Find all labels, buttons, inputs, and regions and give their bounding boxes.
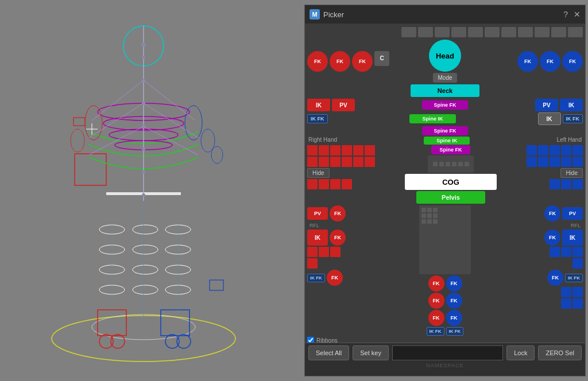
mode-button[interactable]: Mode	[433, 73, 457, 83]
blue-sq[interactable]	[550, 157, 560, 167]
blue-sq[interactable]	[561, 157, 571, 167]
ik-right[interactable]: IK	[560, 99, 583, 111]
zero-sel-button[interactable]: ZERO Sel	[538, 345, 582, 360]
blue-sq-extra[interactable]	[561, 298, 571, 309]
red-sq[interactable]	[307, 179, 318, 189]
grey-button-5[interactable]	[468, 27, 483, 37]
pv-right[interactable]: PV	[535, 99, 558, 111]
red-sq[interactable]	[353, 145, 363, 155]
fk-right-1[interactable]: FK	[517, 51, 538, 72]
grey-button-11[interactable]	[568, 27, 583, 37]
spine-fk-1[interactable]: Spine FK	[422, 100, 467, 110]
ik-fk-center-left[interactable]: IK FK	[427, 327, 444, 336]
fk-right-leg-3[interactable]: FK	[547, 270, 563, 286]
fk-center-2[interactable]: FK	[446, 275, 462, 291]
red-sq[interactable]	[330, 145, 341, 155]
red-sq[interactable]	[330, 157, 341, 167]
ik-fk-left-leg[interactable]: IK FK	[307, 274, 325, 282]
blue-sq[interactable]	[572, 157, 583, 167]
blue-sq[interactable]	[538, 145, 548, 155]
head-button[interactable]: Head	[429, 40, 461, 72]
fk-right-3[interactable]: FK	[562, 51, 583, 72]
ik-left[interactable]: IK	[307, 99, 330, 111]
spine-ik-2[interactable]: Spine IK	[424, 137, 470, 145]
red-sq[interactable]	[330, 179, 341, 189]
lock-button[interactable]: Lock	[506, 345, 535, 360]
blue-sq[interactable]	[561, 145, 571, 155]
ik-left-leg[interactable]: IK	[307, 230, 328, 246]
blue-sq[interactable]	[572, 145, 583, 155]
blue-sq[interactable]	[550, 179, 560, 189]
blue-sq-leg[interactable]	[572, 247, 583, 257]
blue-sq-extra[interactable]	[561, 287, 571, 297]
fk-center-5[interactable]: FK	[428, 310, 444, 326]
c-button[interactable]: C	[374, 51, 389, 66]
red-sq[interactable]	[365, 157, 375, 167]
spine-fk-2[interactable]: Spine FK	[422, 126, 467, 135]
red-sq-leg[interactable]	[330, 247, 341, 257]
help-button[interactable]: ?	[563, 10, 568, 19]
blue-sq[interactable]	[572, 179, 583, 189]
hide-left-btn[interactable]: Hide	[307, 168, 330, 178]
blue-sq-extra[interactable]	[572, 287, 583, 297]
red-sq-leg[interactable]	[319, 247, 329, 257]
pv-right-leg[interactable]: PV	[562, 207, 583, 220]
grey-button-7[interactable]	[501, 27, 516, 37]
grey-button-8[interactable]	[518, 27, 533, 37]
fk-left-3[interactable]: FK	[352, 51, 373, 72]
fk-left-leg-1[interactable]: FK	[330, 205, 346, 221]
neck-button[interactable]: Neck	[411, 84, 479, 97]
fk-right-2[interactable]: FK	[540, 51, 560, 72]
red-sq[interactable]	[319, 145, 329, 155]
red-sq[interactable]	[307, 145, 318, 155]
fk-center-4[interactable]: FK	[446, 293, 462, 309]
ik-center[interactable]: IK	[538, 112, 561, 125]
blue-sq[interactable]	[550, 145, 560, 155]
fk-left-leg-3[interactable]: FK	[327, 270, 343, 286]
fk-left-leg-2[interactable]: FK	[330, 230, 346, 246]
ik-fk-center-right[interactable]: IK FK	[446, 327, 464, 336]
blue-sq-leg[interactable]	[550, 247, 560, 257]
fk-center-3[interactable]: FK	[428, 293, 444, 309]
blue-sq[interactable]	[527, 157, 537, 167]
fk-center-6[interactable]: FK	[446, 310, 462, 326]
fk-right-leg-2[interactable]: FK	[544, 230, 560, 246]
spine-ik-1[interactable]: Spine IK	[409, 114, 455, 123]
fk-left-1[interactable]: FK	[307, 51, 328, 72]
set-key-button[interactable]: Set key	[353, 345, 389, 360]
red-sq[interactable]	[307, 157, 318, 167]
cog-button[interactable]: COG	[405, 174, 497, 190]
grey-button-1[interactable]	[401, 27, 416, 37]
ik-fk-left-top[interactable]: IK FK	[307, 114, 328, 123]
close-button[interactable]: ✕	[574, 10, 581, 19]
red-sq[interactable]	[319, 179, 329, 189]
red-sq[interactable]	[342, 145, 352, 155]
blue-sq-leg[interactable]	[572, 258, 583, 269]
ik-fk-right-leg[interactable]: IK FK	[565, 274, 583, 282]
blue-sq[interactable]	[538, 157, 548, 167]
ribbons-checkbox[interactable]	[307, 337, 314, 343]
red-sq[interactable]	[353, 157, 363, 167]
namespace-input[interactable]	[392, 345, 503, 360]
blue-sq[interactable]	[527, 145, 537, 155]
spine-fk-3[interactable]: Spine FK	[431, 145, 470, 154]
grey-button-2[interactable]	[418, 27, 433, 37]
fk-left-2[interactable]: FK	[330, 51, 350, 72]
grey-button-10[interactable]	[551, 27, 566, 37]
blue-sq-extra[interactable]	[572, 298, 583, 309]
grey-button-9[interactable]	[535, 27, 550, 37]
grey-button-3[interactable]	[435, 27, 450, 37]
select-all-button[interactable]: Select All	[308, 345, 349, 360]
red-sq[interactable]	[365, 145, 375, 155]
red-sq[interactable]	[319, 157, 329, 167]
pelvis-button[interactable]: Pelvis	[416, 191, 485, 204]
pv-left[interactable]: PV	[332, 99, 355, 111]
blue-sq-leg[interactable]	[561, 247, 571, 257]
fk-right-leg-1[interactable]: FK	[544, 205, 560, 221]
red-sq-leg[interactable]	[307, 247, 318, 257]
ik-right-leg[interactable]: IK	[562, 230, 583, 246]
pv-left-leg[interactable]: PV	[307, 207, 328, 220]
red-sq-leg[interactable]	[307, 258, 318, 269]
fk-center-1[interactable]: FK	[428, 275, 444, 291]
hide-right-btn[interactable]: Hide	[560, 168, 583, 178]
